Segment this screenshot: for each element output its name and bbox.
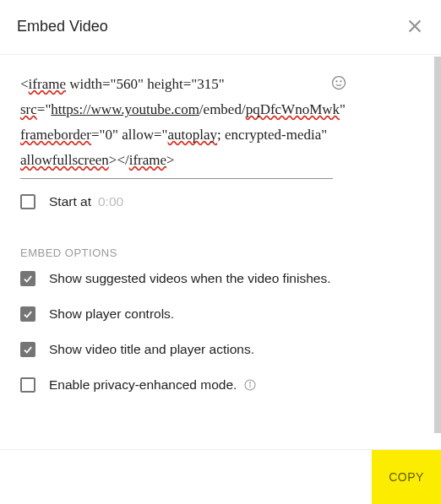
option-row: Show video title and player actions. [20, 342, 421, 357]
dialog-header: Embed Video [0, 0, 441, 55]
scrollbar[interactable] [434, 55, 441, 436]
scrollbar-thumb[interactable] [434, 57, 441, 433]
option-row: Show suggested videos when the video fin… [20, 271, 421, 286]
info-icon[interactable] [243, 378, 257, 392]
content-scroll: <iframe width="560" height="315" src="ht… [0, 55, 441, 436]
emoji-icon[interactable] [330, 74, 347, 91]
option-checkbox[interactable] [20, 342, 35, 357]
option-checkbox[interactable] [20, 377, 35, 393]
option-label: Show video title and player actions. [49, 342, 254, 357]
start-at-checkbox[interactable] [20, 194, 35, 209]
option-checkbox[interactable] [20, 306, 35, 322]
option-row: Enable privacy-enhanced mode. [20, 377, 421, 393]
copy-button[interactable]: COPY [372, 450, 441, 504]
start-at-time-input[interactable]: 0:00 [98, 194, 123, 209]
embed-options-heading: EMBED OPTIONS [20, 247, 421, 259]
dialog-title: Embed Video [17, 18, 108, 35]
svg-point-3 [336, 81, 337, 82]
close-icon[interactable] [406, 17, 424, 35]
option-row: Show player controls. [20, 306, 421, 322]
start-at-label: Start at [49, 194, 91, 209]
embed-code-textarea[interactable]: <iframe width="560" height="315" src="ht… [20, 72, 333, 179]
dialog-footer: COPY [0, 449, 441, 504]
svg-point-2 [333, 77, 346, 89]
svg-point-7 [250, 382, 251, 383]
start-at-row: Start at 0:00 [20, 194, 421, 209]
option-label: Show player controls. [49, 306, 174, 322]
option-label: Enable privacy-enhanced mode. [49, 377, 237, 393]
svg-point-4 [340, 81, 341, 82]
option-checkbox[interactable] [20, 271, 35, 286]
content: <iframe width="560" height="315" src="ht… [0, 55, 441, 421]
option-label: Show suggested videos when the video fin… [49, 271, 330, 286]
